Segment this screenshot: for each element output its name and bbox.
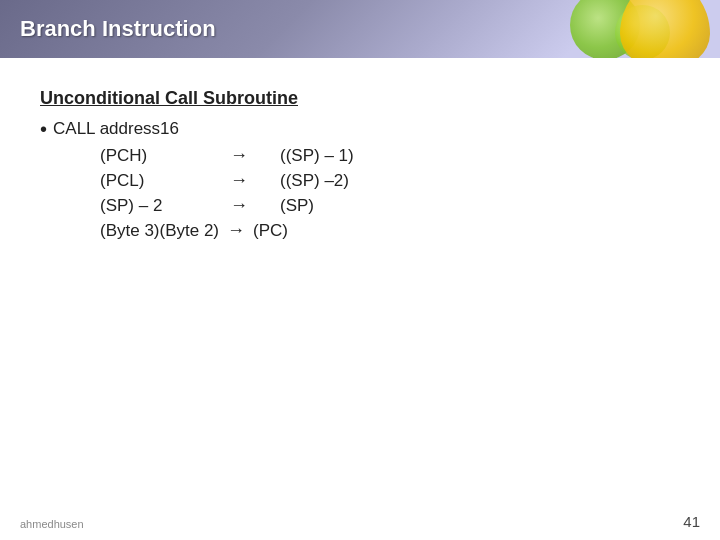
op-row-3-right: (SP) [280,195,440,216]
op-row-3-arrow: → [230,195,280,216]
op-row-1-right: ((SP) – 1) [280,145,440,166]
byte-row: (Byte 3)(Byte 2) → (PC) [100,220,680,241]
bullet-dot: • [40,119,47,139]
bullet-line: • CALL address16 [40,119,680,139]
bullet-text: CALL address16 [53,119,179,139]
op-row-3-left: (SP) – 2 [100,195,230,216]
op-row-2-right: ((SP) –2) [280,170,440,191]
page-number: 41 [683,513,700,530]
operations-table: (PCH) → ((SP) – 1) (PCL) → ((SP) –2) (SP… [100,145,680,216]
op-row-2-arrow: → [230,170,280,191]
citrus-decoration [500,0,720,58]
slide-header: Branch Instruction [0,0,720,58]
slide-title: Branch Instruction [20,16,216,42]
section-heading: Unconditional Call Subroutine [40,88,680,109]
byte-row-left: (Byte 3)(Byte 2) [100,221,219,241]
author-label: ahmedhusen [20,518,84,530]
op-row-2-left: (PCL) [100,170,230,191]
byte-row-right: (PC) [253,221,288,241]
slide-content: Unconditional Call Subroutine • CALL add… [0,58,720,540]
op-row-1-arrow: → [230,145,280,166]
byte-row-arrow: → [227,220,245,241]
lemon-circle [620,0,710,58]
op-row-1-left: (PCH) [100,145,230,166]
